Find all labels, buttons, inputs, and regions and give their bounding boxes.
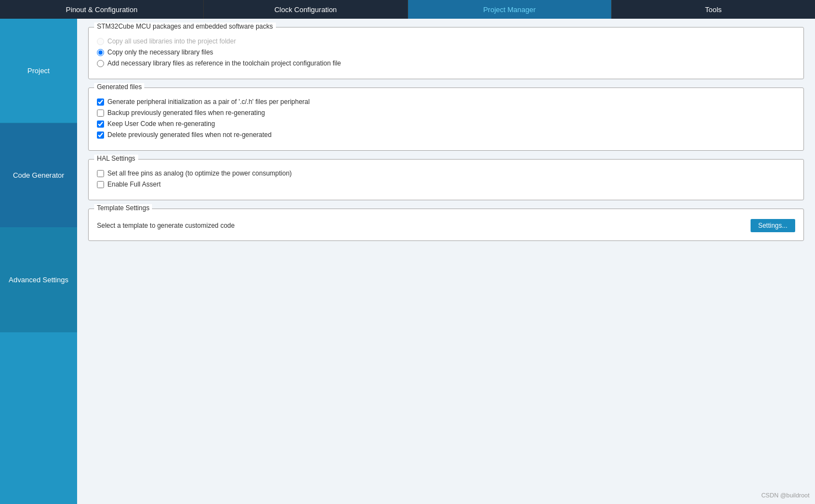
mcu-label-copy-necessary: Copy only the necessary library files [107,48,213,56]
gen-option-keep-user-code: Keep User Code when re-generating [97,120,795,128]
gen-checkbox-delete-prev[interactable] [97,132,104,139]
hal-option-free-pins: Set all free pins as analog (to optimize… [97,169,795,177]
gen-label-keep-user-code: Keep User Code when re-generating [107,120,215,128]
mcu-option-add-reference: Add necessary library files as reference… [97,59,795,67]
gen-checkbox-peripheral-init[interactable] [97,98,104,106]
gen-option-delete-prev: Delete previously generated files when n… [97,131,795,139]
sidebar-item-code-generator[interactable]: Code Generator [0,123,77,228]
template-settings-group: Template Settings Select a template to g… [88,209,804,241]
template-settings-content: Select a template to generate customized… [97,219,795,232]
main-layout: Project Code Generator Advanced Settings… [0,19,815,504]
generated-files-legend: Generated files [94,83,144,91]
hal-option-full-assert: Enable Full Assert [97,180,795,188]
gen-checkbox-keep-user-code[interactable] [97,120,104,128]
settings-button[interactable]: Settings... [751,219,795,232]
template-settings-legend: Template Settings [94,204,152,212]
sidebar: Project Code Generator Advanced Settings [0,19,77,504]
mcu-option-copy-necessary: Copy only the necessary library files [97,48,795,56]
hal-settings-options: Set all free pins as analog (to optimize… [97,169,795,188]
gen-option-backup: Backup previously generated files when r… [97,109,795,117]
watermark: CSDN @buildroot [761,492,809,498]
hal-settings-group: HAL Settings Set all free pins as analog… [88,159,804,200]
gen-label-peripheral-init: Generate peripheral initialization as a … [107,98,309,106]
content-area: STM32Cube MCU packages and embedded soft… [77,19,815,504]
nav-tools[interactable]: Tools [612,0,815,19]
sidebar-item-project[interactable]: Project [0,19,77,123]
gen-label-delete-prev: Delete previously generated files when n… [107,131,271,139]
hal-label-full-assert: Enable Full Assert [107,180,161,188]
hal-label-free-pins: Set all free pins as analog (to optimize… [107,169,292,177]
template-row: Select a template to generate customized… [97,219,795,232]
gen-option-peripheral-init: Generate peripheral initialization as a … [97,98,795,106]
mcu-option-copy-all: Copy all used libraries into the project… [97,37,795,45]
mcu-packages-options: Copy all used libraries into the project… [97,37,795,67]
nav-clock-configuration[interactable]: Clock Configuration [204,0,408,19]
nav-project-manager[interactable]: Project Manager [408,0,612,19]
mcu-radio-copy-necessary[interactable] [97,49,104,56]
gen-checkbox-backup[interactable] [97,109,104,117]
nav-pinout-configuration[interactable]: Pinout & Configuration [0,0,204,19]
mcu-packages-legend: STM32Cube MCU packages and embedded soft… [94,23,276,30]
hal-settings-legend: HAL Settings [94,155,138,162]
hal-checkbox-full-assert[interactable] [97,181,104,188]
mcu-label-copy-all: Copy all used libraries into the project… [107,37,236,45]
mcu-packages-group: STM32Cube MCU packages and embedded soft… [88,27,804,79]
hal-checkbox-free-pins[interactable] [97,170,104,177]
mcu-label-add-reference: Add necessary library files as reference… [107,59,341,67]
gen-label-backup: Backup previously generated files when r… [107,109,265,117]
sidebar-item-advanced-settings[interactable]: Advanced Settings [0,228,77,332]
generated-files-options: Generate peripheral initialization as a … [97,98,795,139]
top-navigation: Pinout & Configuration Clock Configurati… [0,0,815,19]
template-placeholder-text: Select a template to generate customized… [97,222,235,229]
generated-files-group: Generated files Generate peripheral init… [88,87,804,151]
mcu-radio-add-reference[interactable] [97,60,104,67]
mcu-radio-copy-all[interactable] [97,38,104,45]
